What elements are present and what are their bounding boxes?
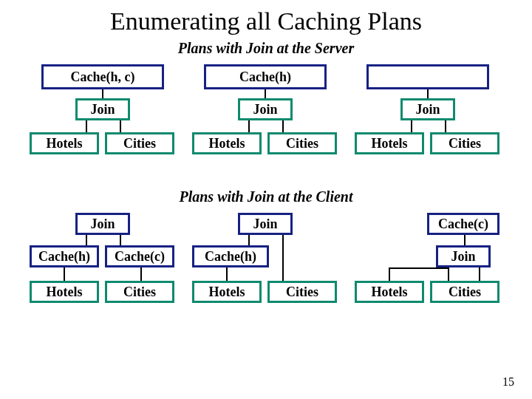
subtitle-server: Plans with Join at the Server: [0, 40, 532, 57]
cache-h-node: Cache(h): [30, 245, 99, 267]
plan-client-1: Join Cache(h) Cache(c) Hotels Cities: [30, 213, 177, 316]
row-client-plans: Join Cache(h) Cache(c) Hotels Cities Joi…: [0, 213, 532, 316]
cities-node: Cities: [267, 281, 337, 303]
plan-client-2: Join Cache(h) Hotels Cities: [192, 213, 340, 316]
hotels-node: Hotels: [30, 132, 99, 154]
hotels-node: Hotels: [355, 132, 424, 154]
plan-client-3: Cache(c) Join Hotels Cities: [355, 213, 502, 316]
cities-node: Cities: [430, 132, 499, 154]
cache-node: Cache(h): [204, 64, 327, 89]
cities-node: Cities: [267, 132, 337, 154]
cache-c-node: Cache(c): [105, 245, 174, 267]
slide-title: Enumerating all Caching Plans: [0, 7, 532, 35]
cities-node: Cities: [430, 281, 499, 303]
join-node: Join: [400, 98, 455, 120]
plan-server-3: Join Hotels Cities: [355, 64, 502, 168]
cache-c-node: Cache(c): [427, 213, 499, 235]
hotels-node: Hotels: [30, 281, 99, 303]
subtitle-client: Plans with Join at the Client: [0, 188, 532, 205]
page-number: 15: [502, 375, 514, 389]
cities-node: Cities: [105, 281, 174, 303]
plan-server-1: Cache(h, c) Join Hotels Cities: [30, 64, 177, 168]
hotels-node: Hotels: [355, 281, 424, 303]
plan-server-2: Cache(h) Join Hotels Cities: [192, 64, 340, 168]
cities-node: Cities: [105, 132, 174, 154]
cache-node-empty: [366, 64, 489, 89]
join-node: Join: [75, 213, 130, 235]
row-server-plans: Cache(h, c) Join Hotels Cities Cache(h) …: [0, 64, 532, 168]
cache-h-node: Cache(h): [192, 245, 269, 267]
hotels-node: Hotels: [192, 281, 262, 303]
join-node: Join: [436, 245, 491, 267]
cache-node: Cache(h, c): [41, 64, 164, 89]
join-node: Join: [75, 98, 130, 120]
join-node: Join: [238, 98, 293, 120]
hotels-node: Hotels: [192, 132, 262, 154]
join-node: Join: [238, 213, 293, 235]
